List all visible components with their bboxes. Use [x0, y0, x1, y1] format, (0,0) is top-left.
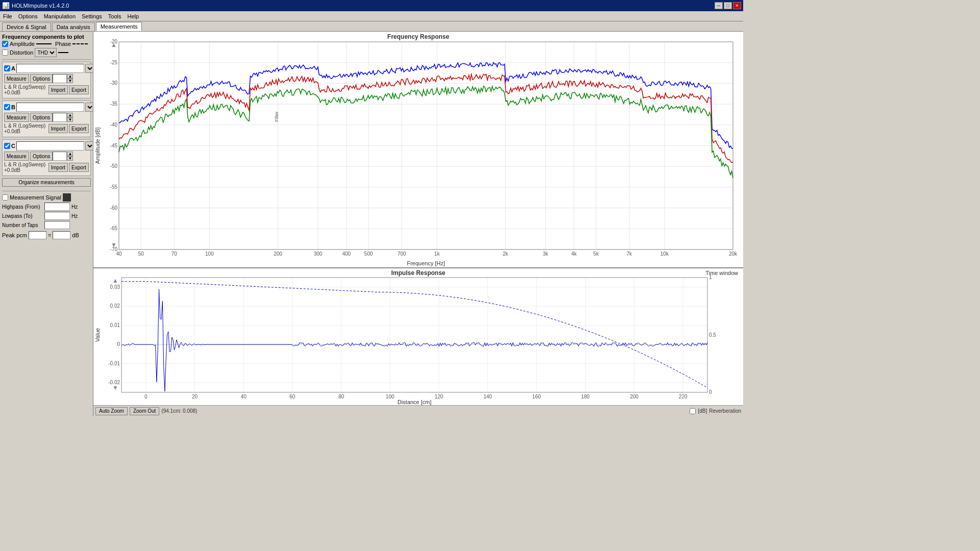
- titlebar-controls: ─ □ ✕: [715, 2, 741, 9]
- organize-measurements-btn[interactable]: Organize measurements: [2, 178, 91, 187]
- meas-a-btn-row: Measure Options 8 ▲ ▼: [4, 74, 89, 83]
- highpass-row: Highpass (From) 200 Hz: [2, 203, 91, 211]
- charts-area: Auto Zoom Zoom Out (94.1cm: 0.008) [dB] …: [93, 32, 743, 416]
- meas-c-import-btn[interactable]: Import: [48, 163, 68, 172]
- reverberation-label: Reverberation: [709, 408, 741, 414]
- highpass-input[interactable]: 200: [44, 203, 70, 211]
- thd-select[interactable]: THD: [35, 48, 57, 57]
- meas-a-spin-down[interactable]: ▼: [67, 79, 73, 83]
- menu-tools[interactable]: Tools: [105, 13, 125, 20]
- meas-a-measure-btn[interactable]: Measure: [4, 74, 29, 83]
- equals-label: =: [48, 232, 51, 238]
- taps-input[interactable]: 129: [44, 221, 70, 229]
- left-panel: Frequency components to plot Amplitude P…: [0, 32, 93, 416]
- meas-b-options-num[interactable]: 11: [53, 113, 67, 122]
- meas-c-spin-down[interactable]: ▼: [67, 156, 73, 161]
- meas-a-options-num[interactable]: 8: [53, 74, 67, 83]
- meas-a-options-btn[interactable]: Options: [30, 74, 53, 83]
- meas-a-type[interactable]: [85, 64, 93, 73]
- meas-c-checkbox[interactable]: [4, 143, 10, 149]
- meas-c-lr-label: L & R (LogSweep) +0.0dB: [4, 162, 47, 173]
- meas-a-import-btn[interactable]: Import: [48, 85, 68, 94]
- titlebar: 📊 HOLMImpulse v1.4.2.0 ─ □ ✕: [0, 0, 743, 11]
- zoom-out-btn[interactable]: Zoom Out: [130, 407, 159, 415]
- tab-device-signal[interactable]: Device & Signal: [2, 22, 51, 31]
- amplitude-checkbox[interactable]: [2, 41, 8, 47]
- db-checkbox[interactable]: [690, 408, 696, 414]
- meas-b-spin-up[interactable]: ▲: [67, 113, 73, 117]
- meas-b-export-btn[interactable]: Export: [69, 124, 89, 133]
- peak-input-2[interactable]: [53, 231, 70, 239]
- lowpass-input[interactable]: 22000: [44, 212, 70, 220]
- db-label: dB: [72, 232, 79, 238]
- meas-c-name[interactable]: 40: [16, 141, 84, 151]
- highpass-label: Highpass (From): [2, 204, 43, 210]
- meas-c-measure-btn[interactable]: Measure: [4, 152, 29, 161]
- menubar: File Options Manipulation Settings Tools…: [0, 11, 743, 21]
- meas-b-header: B 30: [4, 103, 89, 112]
- phase-dash-label: Phase: [55, 41, 71, 47]
- freq-components-section: Frequency components to plot Amplitude P…: [2, 34, 91, 57]
- impulse-controls: Auto Zoom Zoom Out (94.1cm: 0.008) [dB] …: [93, 405, 743, 416]
- distortion-line-style: [58, 52, 68, 53]
- tab-bar: Device & Signal Data analysis Measuremen…: [0, 21, 743, 32]
- measurement-b-block: B 30 Measure Options 11 ▲ ▼ L & R (LogSw…: [2, 101, 91, 137]
- meas-a-export-btn[interactable]: Export: [69, 85, 89, 94]
- meas-c-spin: ▲ ▼: [67, 152, 73, 161]
- tab-measurements[interactable]: Measurements: [96, 22, 142, 31]
- meas-a-checkbox[interactable]: [4, 65, 10, 71]
- signal-checkbox-row: Measurement Signal: [2, 193, 91, 202]
- menu-help[interactable]: Help: [124, 13, 142, 20]
- maximize-button[interactable]: □: [724, 2, 732, 9]
- meas-b-import-btn[interactable]: Import: [48, 124, 68, 133]
- menu-options[interactable]: Options: [15, 13, 41, 20]
- meas-b-spin-down[interactable]: ▼: [67, 117, 73, 122]
- meas-b-checkbox[interactable]: [4, 104, 10, 110]
- meas-c-type[interactable]: [85, 141, 93, 151]
- taps-label: Number of Taps: [2, 222, 43, 228]
- menu-settings[interactable]: Settings: [79, 13, 105, 20]
- meas-a-spin-up[interactable]: ▲: [67, 74, 73, 79]
- db-label: [dB]: [698, 408, 707, 414]
- highpass-unit: Hz: [71, 204, 78, 210]
- meas-a-lr-row: L & R (LogSweep) +0.0dB Import Export: [4, 84, 89, 95]
- meas-c-options-btn[interactable]: Options: [30, 152, 53, 161]
- phase-line-style: [72, 43, 88, 44]
- meas-c-spin-up[interactable]: ▲: [67, 152, 73, 156]
- distortion-checkbox[interactable]: [2, 49, 8, 56]
- lowpass-label: Lowpass (To): [2, 213, 43, 219]
- measurement-a-block: A Fukdist 20190404 0grader Measure Optio…: [2, 62, 91, 98]
- meas-b-measure-btn[interactable]: Measure: [4, 113, 29, 122]
- main-content: Frequency components to plot Amplitude P…: [0, 32, 743, 416]
- meas-c-header: C 40: [4, 141, 89, 151]
- meas-b-options-btn[interactable]: Options: [30, 113, 53, 122]
- freq-components-label: Frequency components to plot: [2, 34, 91, 40]
- meas-c-options-group: Options 12 ▲ ▼: [30, 152, 73, 161]
- signal-color[interactable]: [63, 193, 71, 202]
- meas-a-spin: ▲ ▼: [67, 74, 73, 83]
- meas-b-name[interactable]: 30: [16, 103, 84, 112]
- impulse-chart-canvas: [93, 268, 743, 405]
- meas-a-name[interactable]: Fukdist 20190404 0grader: [16, 64, 84, 73]
- close-button[interactable]: ✕: [733, 2, 741, 9]
- signal-label: Measurement Signal: [10, 194, 61, 201]
- divider-2: [2, 191, 91, 191]
- meas-a-letter: A: [11, 65, 15, 71]
- signal-checkbox[interactable]: [2, 194, 8, 201]
- meas-c-btn-row: Measure Options 12 ▲ ▼: [4, 152, 89, 161]
- divider-1: [2, 59, 91, 60]
- lowpass-unit: Hz: [71, 213, 78, 219]
- meas-a-options-group: Options 8 ▲ ▼: [30, 74, 73, 83]
- meas-c-export-btn[interactable]: Export: [69, 163, 89, 172]
- minimize-button[interactable]: ─: [715, 2, 723, 9]
- peak-input-1[interactable]: [29, 231, 46, 239]
- menu-file[interactable]: File: [0, 13, 15, 20]
- tab-data-analysis[interactable]: Data analysis: [52, 22, 95, 31]
- impulse-chart-container: Auto Zoom Zoom Out (94.1cm: 0.008) [dB] …: [93, 268, 743, 416]
- meas-c-options-num[interactable]: 12: [53, 152, 67, 161]
- auto-zoom-btn[interactable]: Auto Zoom: [95, 407, 128, 415]
- meas-b-type[interactable]: [85, 103, 93, 112]
- meas-a-header: A Fukdist 20190404 0grader: [4, 64, 89, 73]
- menu-manipulation[interactable]: Manipulation: [41, 13, 79, 20]
- coords-text: (94.1cm: 0.008): [161, 408, 197, 414]
